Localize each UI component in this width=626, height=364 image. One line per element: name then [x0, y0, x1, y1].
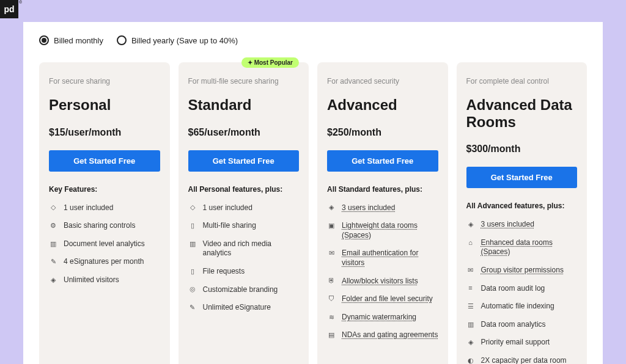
feature-item: ☰Automatic file indexing	[466, 302, 578, 311]
lock-icon: ⛨	[327, 277, 336, 285]
plan-card: For complete deal controlAdvanced Data R…	[457, 62, 587, 364]
get-started-button[interactable]: Get Started Free	[466, 167, 578, 188]
feature-text: Basic sharing controls	[64, 221, 135, 231]
plan-price: $65/user/month	[188, 127, 300, 138]
feature-item: ▯Multi-file sharing	[188, 221, 300, 231]
house-icon: ⌂	[466, 238, 475, 247]
plan-title: Standard	[188, 96, 300, 114]
billing-yearly-label: Billed yearly (Save up to 40%)	[131, 36, 238, 45]
feature-text: 1 user included	[64, 203, 113, 213]
feature-item: ◇1 user included	[188, 203, 300, 213]
plans-row: For secure sharingPersonal$15/user/month…	[39, 62, 587, 364]
feature-item: ◐2X capacity per data room	[466, 356, 578, 364]
feature-text: 2X capacity per data room	[481, 356, 567, 364]
registered-mark: ®	[19, 0, 22, 4]
feature-text: Folder and file level security	[342, 294, 433, 304]
get-started-button[interactable]: Get Started Free	[49, 150, 160, 172]
water-icon: ≋	[327, 313, 336, 321]
billing-toggle: Billed monthly Billed yearly (Save up to…	[39, 35, 587, 45]
feature-item: ▯File requests	[188, 267, 300, 277]
plan-card: ✦ Most PopularFor multi-file secure shar…	[179, 62, 309, 364]
feature-item: ◇1 user included	[49, 203, 160, 213]
get-started-button[interactable]: Get Started Free	[327, 150, 438, 172]
billing-monthly-label: Billed monthly	[54, 36, 103, 45]
feature-item: ◈3 users included	[466, 220, 578, 230]
plan-tagline: For advanced security	[327, 77, 438, 86]
brand-icon: ◎	[188, 285, 197, 294]
feature-text: 1 user included	[203, 203, 252, 213]
feature-item: ✎4 eSignatures per month	[49, 257, 160, 267]
features-header: All Advanced features, plus:	[466, 202, 578, 210]
nda-icon: ▤	[327, 330, 336, 339]
billing-monthly-radio[interactable]: Billed monthly	[39, 35, 103, 45]
feature-item: ◈Priority email support	[466, 338, 578, 348]
feature-item: ≋Dynamic watermarking	[327, 313, 438, 322]
feature-item: ✎Unlimited eSignature	[188, 303, 300, 313]
feature-item: ≡Data room audit log	[466, 284, 578, 294]
logo: pd	[0, 0, 18, 18]
feature-text: Multi-file sharing	[203, 221, 256, 231]
billing-yearly-radio[interactable]: Billed yearly (Save up to 40%)	[117, 35, 238, 45]
file-icon: ▯	[188, 267, 197, 275]
gear-icon: ⚙	[49, 221, 57, 230]
chart-icon: ▥	[188, 239, 197, 248]
users-icon: ◈	[49, 275, 57, 284]
feature-text: 4 eSignatures per month	[64, 257, 144, 267]
sign-icon: ✎	[49, 257, 57, 266]
feature-item: ⛨Allow/block visitors lists	[327, 277, 438, 286]
features-list: ◇1 user included▯Multi-file sharing▥Vide…	[188, 203, 300, 313]
plan-price: $250/month	[327, 127, 438, 138]
feature-item: ▥Video and rich media analytics	[188, 239, 300, 258]
shield-icon: ⛉	[327, 294, 336, 303]
feature-item: ✉Email authentication for visitors	[327, 249, 438, 268]
feature-text: Unlimited visitors	[64, 275, 119, 285]
feature-text: Data room audit log	[481, 284, 545, 294]
list-icon: ≡	[466, 284, 475, 293]
sign-icon: ✎	[188, 303, 197, 311]
feature-text: Priority email support	[481, 338, 550, 348]
chart-icon: ▥	[466, 320, 475, 329]
users-icon: ◈	[466, 220, 475, 228]
feature-item: ▥Document level analytics	[49, 239, 160, 249]
feature-item: ▥Data room analytics	[466, 320, 578, 330]
plan-price: $15/user/month	[49, 127, 160, 138]
users-icon: ◈	[327, 203, 336, 212]
feature-text: Unlimited eSignature	[203, 303, 271, 313]
feature-item: ✉Group visitor permissions	[466, 266, 578, 275]
index-icon: ☰	[466, 302, 475, 310]
feature-item: ◈3 users included	[327, 203, 438, 213]
feature-item: ⛉Folder and file level security	[327, 294, 438, 304]
feature-item: ◈Unlimited visitors	[49, 275, 160, 285]
feature-text: File requests	[203, 267, 245, 277]
radio-selected-icon	[39, 35, 49, 45]
plan-tagline: For complete deal control	[466, 77, 578, 86]
folder-icon: ▣	[327, 221, 336, 230]
feature-text: Email authentication for visitors	[342, 249, 438, 268]
feature-item: ▤NDAs and gating agreements	[327, 330, 438, 340]
feature-text: NDAs and gating agreements	[342, 330, 438, 340]
chart-icon: ▥	[49, 239, 57, 248]
get-started-button[interactable]: Get Started Free	[188, 150, 300, 172]
feature-text: 3 users included	[342, 203, 395, 213]
feature-text: Document level analytics	[64, 239, 145, 249]
user-icon: ◇	[49, 203, 57, 212]
feature-item: ◎Customizable branding	[188, 285, 300, 295]
plan-tagline: For multi-file secure sharing	[188, 77, 300, 86]
plan-tagline: For secure sharing	[49, 77, 160, 86]
plan-title: Advanced Data Rooms	[466, 96, 578, 130]
feature-text: Automatic file indexing	[481, 302, 554, 311]
feature-text: Enhanced data rooms (Spaces)	[481, 238, 578, 257]
feature-text: Dynamic watermarking	[342, 313, 416, 322]
plan-card: For advanced securityAdvanced$250/monthG…	[317, 62, 448, 364]
features-header: Key Features:	[49, 185, 160, 194]
plan-title: Advanced	[327, 96, 438, 114]
feature-text: Group visitor permissions	[481, 266, 564, 275]
feature-text: Data room analytics	[481, 320, 546, 330]
gauge-icon: ◐	[466, 356, 475, 364]
feature-text: Customizable branding	[203, 285, 278, 295]
mail-icon: ✉	[327, 249, 336, 257]
plan-price: $300/month	[466, 144, 578, 155]
features-header: All Personal features, plus:	[188, 185, 300, 194]
users-icon: ◈	[466, 338, 475, 346]
feature-item: ⌂Enhanced data rooms (Spaces)	[466, 238, 578, 257]
